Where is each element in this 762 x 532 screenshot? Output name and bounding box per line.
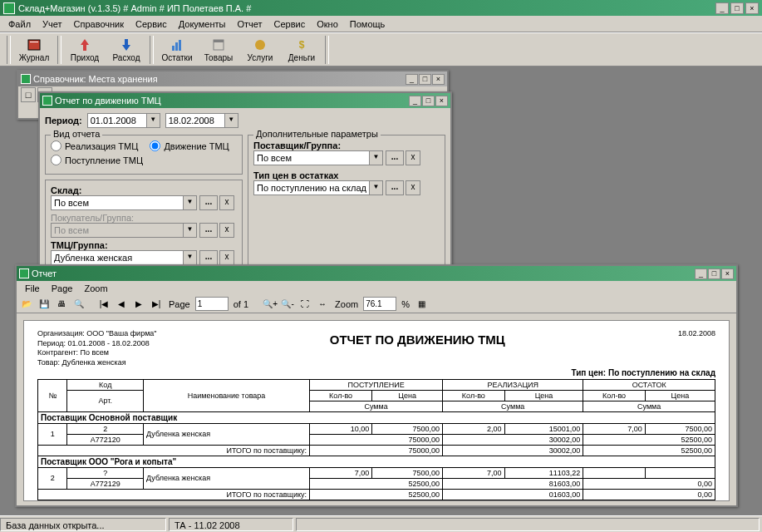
movement-title: Отчет по движению ТМЦ [55, 96, 408, 106]
movement-title-bar: Отчет по движению ТМЦ _ □ × [40, 93, 450, 108]
radio-sales-label: Реализация ТМЦ [65, 141, 138, 151]
price-type-input[interactable] [253, 180, 370, 195]
date-from-dropdown-icon[interactable]: ▼ [147, 113, 160, 128]
search-icon[interactable]: 🔍 [71, 297, 86, 312]
hdr-stock: ОСТАТОК [583, 379, 715, 390]
tmc-clear[interactable]: x [219, 250, 234, 265]
dict-minimize[interactable]: _ [406, 74, 418, 85]
sklad-dropdown-icon[interactable]: ▼ [184, 195, 197, 210]
report-page: Организация: ООО "Ваша фирма" Период: 01… [23, 320, 730, 501]
menu-help[interactable]: Помощь [345, 17, 391, 31]
table-row: А772129 52500,00 81603,00 0,00 [38, 478, 715, 489]
movement-report-window: Отчет по движению ТМЦ _ □ × Период: ▼ ▼ … [38, 91, 452, 274]
radio-sales[interactable] [51, 140, 61, 151]
dict-title-bar: Справочник: Места хранения _ □ × [18, 71, 447, 86]
hdr-name: Наименование товара [144, 379, 310, 411]
save-icon[interactable]: 💾 [37, 297, 52, 312]
hdr-code: Код [67, 379, 144, 390]
report-close[interactable]: × [721, 268, 734, 279]
date-to-input[interactable] [165, 113, 225, 128]
extra-legend: Дополнительные параметры [253, 129, 381, 139]
hdr-no: № [38, 379, 67, 411]
dict-maximize[interactable]: □ [419, 74, 431, 85]
menu-documents[interactable]: Документы [174, 17, 231, 31]
supplier-input[interactable] [253, 150, 370, 165]
rpt-menu-zoom[interactable]: Zoom [79, 282, 112, 295]
zoom-width-icon[interactable]: ↔ [315, 297, 330, 312]
next-page-icon[interactable]: ▶ [131, 297, 146, 312]
svg-rect-6 [214, 40, 224, 42]
prev-page-icon[interactable]: ◀ [114, 297, 129, 312]
movement-close[interactable]: × [435, 96, 448, 106]
tb-stock-label: Остатки [161, 53, 192, 62]
tmc-input[interactable] [51, 250, 184, 265]
radio-receipt[interactable] [51, 155, 61, 165]
tb-stock[interactable]: Остатки [157, 35, 197, 65]
sklad-input[interactable] [51, 195, 184, 210]
menu-servis2[interactable]: Сервис [269, 17, 311, 31]
buyer-browse: ... [199, 223, 218, 238]
zoom-input[interactable] [363, 297, 396, 311]
report-toolbar: 📂 💾 🖶 🔍 |◀ ◀ ▶ ▶| Page of 1 🔍+ 🔍- ⛶ ↔ Zo… [17, 295, 736, 313]
mdi-area: Справочник: Места хранения _ □ × □ ✎ Отч… [0, 66, 762, 515]
menu-servis[interactable]: Сервис [130, 17, 172, 31]
minimize-button[interactable]: _ [715, 2, 729, 14]
supplier-browse[interactable]: ... [386, 150, 404, 165]
report-main-title: ОТЧЕТ ПО ДВИЖЕНИЮ ТМЦ [157, 332, 678, 347]
sklad-browse[interactable]: ... [199, 195, 218, 210]
sklad-clear[interactable]: x [219, 195, 234, 210]
menu-spravochnik[interactable]: Справочник [69, 17, 130, 31]
tmc-browse[interactable]: ... [199, 250, 218, 265]
tb-money[interactable]: $Деньги [282, 35, 322, 65]
hdr-incoming: ПОСТУПЛЕНИЕ [310, 379, 443, 390]
zoom-page-icon[interactable]: ▦ [415, 297, 430, 312]
svg-rect-4 [179, 40, 181, 51]
movement-maximize[interactable]: □ [422, 96, 435, 106]
report-icon [19, 268, 29, 278]
report-minimize[interactable]: _ [695, 268, 707, 279]
menu-uchet[interactable]: Учет [37, 17, 67, 31]
dict-new-icon[interactable]: □ [21, 87, 36, 102]
page-input[interactable] [195, 297, 229, 311]
close-button[interactable]: × [745, 2, 759, 14]
first-page-icon[interactable]: |◀ [96, 297, 111, 312]
tb-goods[interactable]: Товары [199, 35, 238, 65]
date-to-dropdown-icon[interactable]: ▼ [225, 113, 238, 128]
zoom-fit-icon[interactable]: ⛶ [297, 297, 312, 312]
zoom-in-icon[interactable]: 🔍+ [263, 297, 278, 312]
radio-movement[interactable] [150, 140, 160, 151]
menu-window[interactable]: Окно [312, 17, 343, 31]
movement-minimize[interactable]: _ [409, 96, 421, 106]
price-type-dropdown-icon[interactable]: ▼ [370, 180, 383, 195]
supplier1-name: Поставщик Основной поставщик [38, 411, 715, 423]
tb-goods-label: Товары [204, 53, 233, 62]
report-date: 18.02.2008 [678, 329, 715, 337]
tb-services[interactable]: Услуги [240, 35, 280, 65]
menu-report[interactable]: Отчет [232, 17, 267, 31]
rpt-menu-page[interactable]: Page [47, 282, 78, 295]
page-of: of 1 [234, 299, 248, 309]
tb-income[interactable]: Приход [65, 35, 105, 65]
maximize-button[interactable]: □ [730, 2, 744, 14]
date-from-input[interactable] [87, 113, 147, 128]
price-type-browse[interactable]: ... [386, 180, 404, 195]
tb-journal[interactable]: Журнал [14, 35, 54, 65]
status-bar: База данных открыта... ТА - 11.02 2008 [0, 515, 762, 532]
last-page-icon[interactable]: ▶| [149, 297, 164, 312]
zoom-out-icon[interactable]: 🔍- [280, 297, 295, 312]
app-icon [3, 2, 15, 14]
table-row: 1 2 Дубленка женская 10,007500,00 2,0015… [38, 423, 715, 434]
buyer-clear: x [219, 223, 234, 238]
open-icon[interactable]: 📂 [19, 297, 34, 312]
menu-file[interactable]: Файл [3, 17, 36, 31]
hdr-sales: РЕАЛИЗАЦИЯ [443, 379, 583, 390]
dict-close[interactable]: × [432, 74, 445, 85]
tmc-dropdown-icon[interactable]: ▼ [184, 250, 197, 265]
supplier-clear[interactable]: x [406, 150, 420, 165]
tb-expense[interactable]: Расход [106, 35, 146, 65]
rpt-menu-file[interactable]: File [20, 282, 45, 295]
print-icon[interactable]: 🖶 [54, 297, 69, 312]
price-type-clear[interactable]: x [406, 180, 420, 195]
report-maximize[interactable]: □ [708, 268, 720, 279]
supplier-dropdown-icon[interactable]: ▼ [370, 150, 383, 165]
